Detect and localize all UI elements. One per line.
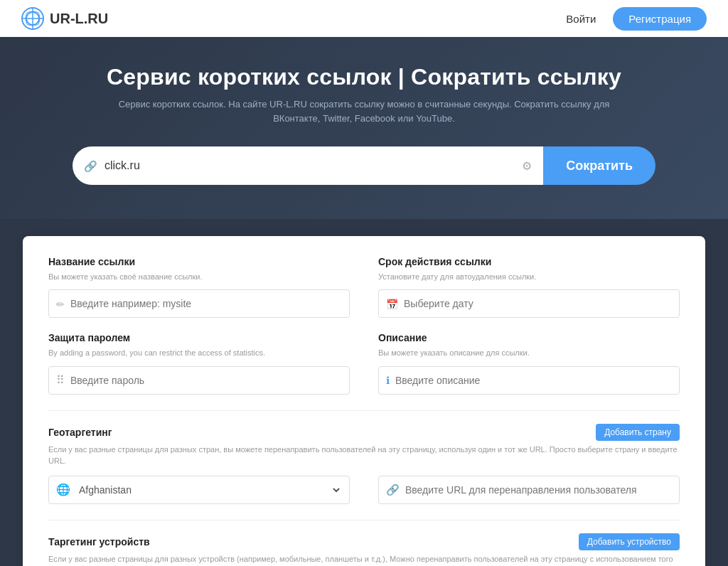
url-bar: Сократить <box>73 146 655 185</box>
calendar-icon <box>386 298 398 310</box>
expiry-desc: Установите дату для автоудаления ссылки. <box>378 272 680 282</box>
password-desc: By adding a password, you can restrict t… <box>48 348 350 358</box>
geo-country-select[interactable]: Afghanistan Albania Algeria Russia Unite… <box>76 484 342 496</box>
form-grid-top: Название ссылки Вы можете указать своё н… <box>48 256 680 395</box>
divider-1 <box>48 410 680 411</box>
link-name-input[interactable] <box>70 298 342 309</box>
geo-section: Геотаргетинг Добавить страну Если у вас … <box>48 424 680 504</box>
description-group: Описание Вы можете указать описание для … <box>378 332 680 394</box>
link-name-label: Название ссылки <box>48 256 350 267</box>
divider-2 <box>48 520 680 520</box>
expiry-label: Срок действия ссылки <box>378 256 680 267</box>
dots-icon <box>56 373 65 387</box>
logo-text: UR-L.RU <box>50 11 108 27</box>
hero-section: Сервис коротких ссылок | Сократить ссылк… <box>0 37 728 219</box>
hero-description: Сервис коротких ссылок. На сайте UR-L.RU… <box>115 97 613 125</box>
add-device-button[interactable]: Добавить устройство <box>579 533 680 550</box>
navbar: UR-L.RU Войти Регистрация <box>0 0 728 37</box>
geo-header: Геотаргетинг Добавить страну <box>48 424 680 441</box>
device-desc: Если у вас разные страницы для разных ус… <box>48 553 680 566</box>
description-label: Описание <box>378 332 680 343</box>
nav-right: Войти Регистрация <box>559 7 707 31</box>
link-name-input-wrapper <box>48 289 350 318</box>
description-input[interactable] <box>395 375 672 386</box>
description-desc: Вы можете указать описание для ссылки. <box>378 348 680 358</box>
add-country-button[interactable]: Добавить страну <box>596 424 680 441</box>
register-button[interactable]: Регистрация <box>613 7 707 31</box>
password-input-wrapper <box>48 366 350 395</box>
geo-chain-icon <box>386 484 400 496</box>
password-group: Защита паролем By adding a password, you… <box>48 332 350 394</box>
chain-icon <box>84 159 97 173</box>
login-button[interactable]: Войти <box>559 9 603 29</box>
device-section: Таргетинг устройств Добавить устройство … <box>48 533 680 566</box>
globe-icon <box>56 483 70 496</box>
geo-url-wrapper <box>378 476 680 504</box>
device-header: Таргетинг устройств Добавить устройство <box>48 533 680 550</box>
description-input-wrapper <box>378 366 680 395</box>
expiry-input[interactable] <box>404 298 672 309</box>
geo-label: Геотаргетинг <box>48 427 112 438</box>
password-label: Защита паролем <box>48 332 350 343</box>
expiry-group: Срок действия ссылки Установите дату для… <box>378 256 680 318</box>
expiry-input-wrapper <box>378 289 680 318</box>
pencil-icon <box>56 298 65 310</box>
geo-desc: Если у вас разные страницы для разных ст… <box>48 444 680 467</box>
geo-country-wrapper: Afghanistan Albania Algeria Russia Unite… <box>48 476 350 504</box>
main-card: Название ссылки Вы можете указать своё н… <box>23 236 705 566</box>
url-input[interactable] <box>105 159 515 172</box>
logo[interactable]: UR-L.RU <box>21 7 108 30</box>
logo-icon <box>21 7 44 30</box>
device-label: Таргетинг устройств <box>48 536 150 548</box>
shorten-button[interactable]: Сократить <box>543 146 655 185</box>
link-name-desc: Вы можете указать своё название ссылки. <box>48 272 350 282</box>
hero-title: Сервис коротких ссылок | Сократить ссылк… <box>14 64 714 90</box>
geo-row: Afghanistan Albania Algeria Russia Unite… <box>48 476 680 504</box>
geo-url-input[interactable] <box>405 484 672 496</box>
password-input[interactable] <box>70 375 342 386</box>
url-input-wrapper <box>73 146 543 185</box>
gear-icon[interactable] <box>522 159 532 173</box>
link-name-group: Название ссылки Вы можете указать своё н… <box>48 256 350 318</box>
info-icon <box>386 374 390 386</box>
